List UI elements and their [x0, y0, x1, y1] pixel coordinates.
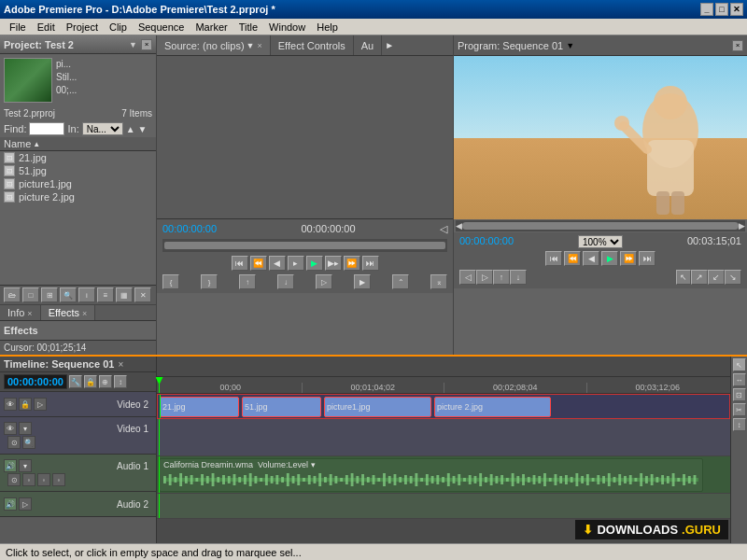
tab-audio[interactable]: Au	[354, 35, 382, 55]
tab-info[interactable]: Info×	[0, 305, 41, 320]
timeline-close[interactable]: ×	[118, 359, 123, 370]
automate-button[interactable]: ⊞	[41, 287, 58, 302]
tool-slip[interactable]: ↕	[733, 418, 746, 431]
btn-play[interactable]: ▶	[306, 256, 323, 271]
menu-title[interactable]: Title	[233, 21, 263, 34]
list-item[interactable]: 🖼 21.jpg	[0, 151, 156, 164]
find-button[interactable]: 🔍	[60, 287, 77, 302]
menu-sequence[interactable]: Sequence	[133, 21, 190, 34]
maximize-button[interactable]: □	[715, 3, 728, 16]
tc-btn1[interactable]: 🔧	[69, 375, 82, 388]
clip-picture1[interactable]: picture1.jpg	[324, 397, 431, 417]
prog-btn-trim2[interactable]: ↗	[691, 270, 708, 285]
menu-marker[interactable]: Marker	[190, 21, 233, 34]
project-dropdown-icon[interactable]: ▼	[129, 40, 137, 49]
list-item[interactable]: 🖼 51.jpg	[0, 164, 156, 177]
track-a2-mute[interactable]: 🔊	[4, 497, 17, 511]
track-v1-eye[interactable]: 👁	[4, 422, 17, 435]
project-close-button[interactable]: ×	[141, 39, 152, 50]
icon-view-button[interactable]: ▦	[116, 287, 133, 302]
menu-project[interactable]: Project	[61, 21, 104, 34]
new-bin-button[interactable]: 🗁	[4, 287, 21, 302]
track-a1-btn1[interactable]: ⊙	[7, 473, 21, 486]
tool-razor[interactable]: ✂	[733, 403, 746, 416]
btn-mark-in[interactable]: {	[162, 274, 179, 289]
info-button[interactable]: i	[78, 287, 95, 302]
prog-trim-right[interactable]: ▷	[476, 270, 493, 285]
tc-btn4[interactable]: ↕	[114, 375, 127, 388]
clip-picture2[interactable]: picture 2.jpg	[434, 397, 551, 417]
prog-btn-trim4[interactable]: ↘	[725, 270, 741, 285]
list-item[interactable]: 🖼 picture1.jpg	[0, 177, 156, 190]
clip-21jpg[interactable]: 21.jpg	[160, 397, 239, 417]
prog-btn4[interactable]: ↓	[510, 270, 527, 285]
menu-edit[interactable]: Edit	[32, 21, 61, 34]
track-v1-btn2[interactable]: 🔍	[22, 436, 35, 449]
track-v2-eye[interactable]: 👁	[4, 398, 17, 411]
source-scrubber[interactable]	[162, 239, 447, 252]
btn-step-fwd2[interactable]: ▶▸	[325, 256, 342, 271]
tc-btn2[interactable]: 🔒	[84, 375, 97, 388]
program-close-button[interactable]: ×	[732, 40, 743, 51]
prog-btn-step-back-many[interactable]: ⏮	[545, 251, 562, 266]
track-a1-btn2[interactable]: ◦	[22, 473, 35, 486]
prog-btn3[interactable]: ↑	[493, 270, 510, 285]
btn-insert[interactable]: ▷	[316, 274, 332, 289]
track-a1-btn3[interactable]: ◦	[37, 473, 50, 486]
btn-step-fwd-many[interactable]: ⏭	[362, 256, 379, 271]
zoom-select[interactable]: 100%	[578, 235, 623, 248]
prog-btn-fast-fwd[interactable]: ⏩	[620, 251, 637, 266]
source-panel-arrow[interactable]: ►	[382, 35, 397, 56]
btn-lift[interactable]: ⌃	[392, 274, 409, 289]
tab-effects[interactable]: Effects×	[41, 305, 96, 320]
close-button[interactable]: ✕	[730, 3, 743, 16]
tool-roll[interactable]: ⊡	[733, 388, 746, 401]
tool-select[interactable]: ↖	[733, 358, 746, 371]
btn-fast-fwd[interactable]: ⏩	[344, 256, 360, 271]
tab-source[interactable]: Source: (no clips) ▼ ×	[157, 35, 271, 55]
list-item[interactable]: 🖼 picture 2.jpg	[0, 190, 156, 203]
new-item-button[interactable]: □	[22, 287, 39, 302]
track-a2-expand[interactable]: ▷	[19, 497, 32, 511]
prog-btn-rewind[interactable]: ⏪	[564, 251, 581, 266]
btn-mark-out[interactable]: }	[201, 274, 218, 289]
prog-trim-left[interactable]: ◁	[459, 270, 476, 285]
tab-effect-controls[interactable]: Effect Controls	[271, 35, 354, 55]
tool-ripple[interactable]: ↔	[733, 373, 746, 386]
program-scrollbar[interactable]: ◀ ▶	[456, 220, 745, 231]
btn-rewind[interactable]: ⏪	[250, 256, 267, 271]
info-tab-close[interactable]: ×	[27, 309, 32, 318]
menu-help[interactable]: Help	[311, 21, 344, 34]
track-v1-btn1[interactable]: ⊙	[7, 436, 21, 449]
track-a1-expand[interactable]: ▾	[19, 459, 32, 472]
menu-file[interactable]: File	[4, 21, 32, 34]
tc-btn3[interactable]: ⊕	[99, 375, 112, 388]
track-a1-btn4[interactable]: ◦	[52, 473, 65, 486]
effects-tab-close[interactable]: ×	[82, 309, 87, 318]
prog-btn-play[interactable]: ▶	[601, 251, 618, 266]
btn-step-fwd[interactable]: ▸	[288, 256, 304, 271]
find-sort-down[interactable]: ▼	[138, 124, 148, 134]
delete-button[interactable]: ✕	[134, 287, 151, 302]
menu-clip[interactable]: Clip	[104, 21, 133, 34]
btn-go-out[interactable]: ↓	[277, 274, 294, 289]
track-v2-lock[interactable]: 🔒	[19, 398, 32, 411]
in-dropdown[interactable]: Na...	[82, 122, 123, 135]
list-view-button[interactable]: ≡	[97, 287, 114, 302]
clip-51jpg[interactable]: 51.jpg	[242, 397, 321, 417]
find-sort-up[interactable]: ▲	[126, 124, 135, 134]
prog-btn-trim3[interactable]: ↙	[708, 270, 725, 285]
find-input[interactable]	[29, 122, 64, 135]
btn-extract[interactable]: ⌅	[430, 274, 447, 289]
btn-step-back[interactable]: ◀	[269, 256, 286, 271]
minimize-button[interactable]: _	[700, 3, 713, 16]
track-v2-expand[interactable]: ▷	[34, 398, 47, 411]
menu-window[interactable]: Window	[263, 21, 311, 34]
track-a1-mute[interactable]: 🔊	[4, 459, 17, 472]
btn-go-in[interactable]: ↑	[239, 274, 256, 289]
prog-btn-step-back[interactable]: ◀	[583, 251, 599, 266]
btn-step-back-many[interactable]: ⏮	[232, 256, 248, 271]
program-dropdown-icon[interactable]: ▼	[566, 41, 574, 50]
clip-audio1[interactable]: California Dreamin.wma Volume:Level ▾	[159, 458, 703, 492]
source-tab-close[interactable]: ×	[258, 41, 262, 50]
